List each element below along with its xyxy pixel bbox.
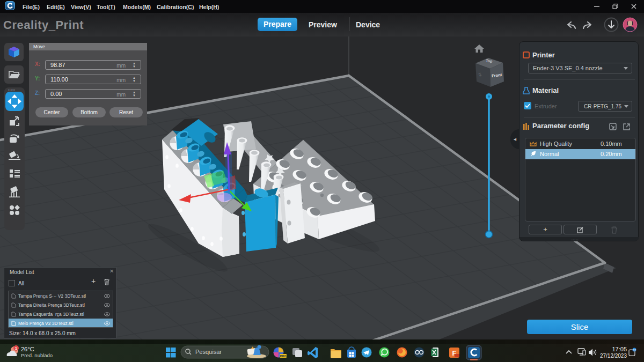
svg-text:62: 62	[633, 349, 636, 352]
svg-text:Pred. nublado: Pred. nublado	[21, 352, 53, 358]
svg-text:1: 1	[15, 346, 17, 350]
svg-text:Pesquisar: Pesquisar	[195, 349, 222, 355]
svg-text:27/12/2023: 27/12/2023	[600, 353, 627, 359]
svg-text:26°C: 26°C	[21, 346, 34, 352]
svg-text:PRO: PRO	[280, 354, 287, 358]
svg-text:17:05: 17:05	[612, 346, 627, 352]
